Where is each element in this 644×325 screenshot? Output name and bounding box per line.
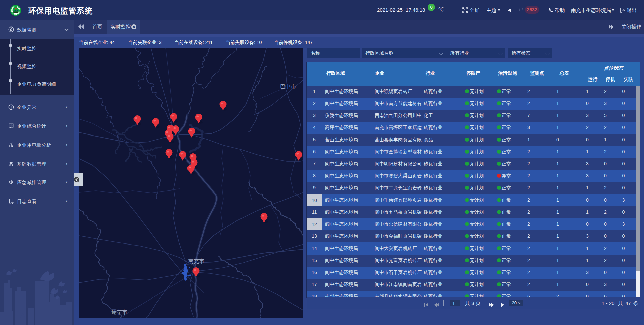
svg-text:遂宁市: 遂宁市 [111,309,127,315]
